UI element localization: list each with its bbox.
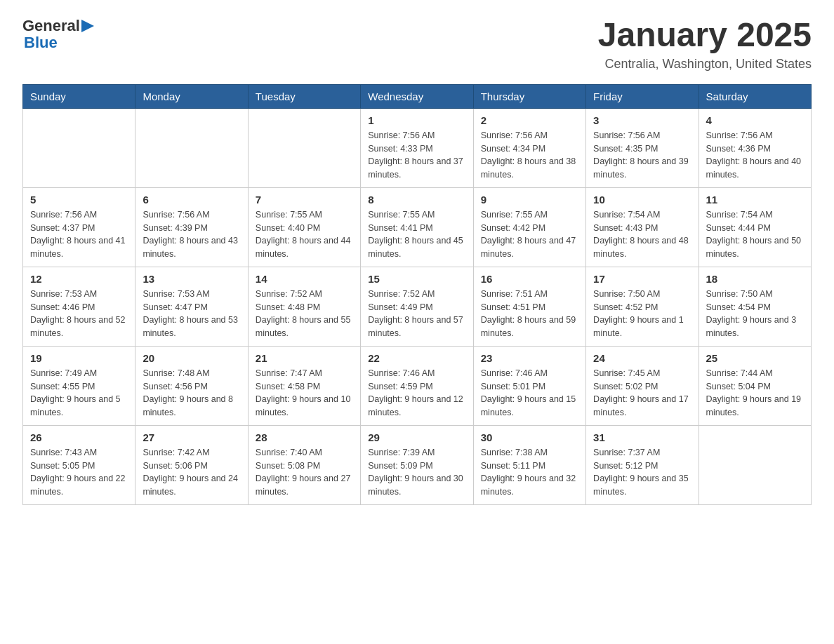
day-info: Sunrise: 7:52 AMSunset: 4:49 PMDaylight:… bbox=[368, 288, 465, 340]
day-number: 13 bbox=[143, 273, 240, 285]
calendar-cell: 26Sunrise: 7:43 AMSunset: 5:05 PMDayligh… bbox=[23, 425, 135, 504]
logo-blue-text: Blue bbox=[24, 34, 58, 52]
calendar-cell: 21Sunrise: 7:47 AMSunset: 4:58 PMDayligh… bbox=[248, 346, 360, 425]
calendar-cell: 17Sunrise: 7:50 AMSunset: 4:52 PMDayligh… bbox=[586, 267, 699, 346]
day-info: Sunrise: 7:45 AMSunset: 5:02 PMDaylight:… bbox=[593, 367, 691, 420]
day-info: Sunrise: 7:53 AMSunset: 4:47 PMDaylight:… bbox=[143, 288, 240, 340]
day-number: 21 bbox=[256, 352, 353, 364]
calendar-cell: 24Sunrise: 7:45 AMSunset: 5:02 PMDayligh… bbox=[586, 346, 699, 425]
day-info: Sunrise: 7:48 AMSunset: 4:56 PMDaylight:… bbox=[143, 367, 240, 420]
day-info: Sunrise: 7:56 AMSunset: 4:37 PMDaylight:… bbox=[30, 208, 128, 261]
calendar-cell bbox=[699, 425, 811, 504]
day-number: 24 bbox=[593, 352, 691, 364]
calendar-cell: 5Sunrise: 7:56 AMSunset: 4:37 PMDaylight… bbox=[23, 187, 135, 267]
day-number: 5 bbox=[30, 194, 128, 206]
day-number: 16 bbox=[481, 273, 578, 285]
day-info: Sunrise: 7:39 AMSunset: 5:09 PMDaylight:… bbox=[368, 446, 465, 499]
day-number: 6 bbox=[143, 194, 240, 206]
calendar-cell: 2Sunrise: 7:56 AMSunset: 4:34 PMDaylight… bbox=[473, 108, 585, 187]
day-info: Sunrise: 7:46 AMSunset: 5:01 PMDaylight:… bbox=[481, 367, 578, 420]
logo: General Blue bbox=[22, 17, 94, 52]
day-number: 17 bbox=[593, 273, 691, 285]
calendar-week-row: 12Sunrise: 7:53 AMSunset: 4:46 PMDayligh… bbox=[23, 267, 812, 346]
day-info: Sunrise: 7:38 AMSunset: 5:11 PMDaylight:… bbox=[481, 446, 578, 499]
day-number: 25 bbox=[706, 352, 804, 364]
day-info: Sunrise: 7:46 AMSunset: 4:59 PMDaylight:… bbox=[368, 367, 465, 420]
day-info: Sunrise: 7:40 AMSunset: 5:08 PMDaylight:… bbox=[256, 446, 353, 499]
day-number: 2 bbox=[481, 114, 578, 126]
calendar-cell: 9Sunrise: 7:55 AMSunset: 4:42 PMDaylight… bbox=[473, 187, 585, 267]
month-title: January 2025 bbox=[598, 17, 812, 54]
calendar-cell: 28Sunrise: 7:40 AMSunset: 5:08 PMDayligh… bbox=[248, 425, 360, 504]
day-info: Sunrise: 7:55 AMSunset: 4:40 PMDaylight:… bbox=[256, 208, 353, 261]
day-info: Sunrise: 7:47 AMSunset: 4:58 PMDaylight:… bbox=[256, 367, 353, 420]
calendar-cell: 22Sunrise: 7:46 AMSunset: 4:59 PMDayligh… bbox=[361, 346, 473, 425]
calendar-cell: 15Sunrise: 7:52 AMSunset: 4:49 PMDayligh… bbox=[361, 267, 473, 346]
calendar-cell: 25Sunrise: 7:44 AMSunset: 5:04 PMDayligh… bbox=[699, 346, 811, 425]
day-number: 1 bbox=[368, 114, 465, 126]
day-info: Sunrise: 7:52 AMSunset: 4:48 PMDaylight:… bbox=[256, 288, 353, 340]
location-subtitle: Centralia, Washington, United States bbox=[598, 57, 812, 72]
day-info: Sunrise: 7:53 AMSunset: 4:46 PMDaylight:… bbox=[30, 288, 128, 340]
day-info: Sunrise: 7:49 AMSunset: 4:55 PMDaylight:… bbox=[30, 367, 128, 420]
calendar-cell: 1Sunrise: 7:56 AMSunset: 4:33 PMDaylight… bbox=[361, 108, 473, 187]
day-info: Sunrise: 7:56 AMSunset: 4:35 PMDaylight:… bbox=[593, 129, 691, 182]
day-info: Sunrise: 7:44 AMSunset: 5:04 PMDaylight:… bbox=[706, 367, 804, 420]
calendar-cell: 4Sunrise: 7:56 AMSunset: 4:36 PMDaylight… bbox=[699, 108, 811, 187]
calendar-cell: 19Sunrise: 7:49 AMSunset: 4:55 PMDayligh… bbox=[23, 346, 135, 425]
day-info: Sunrise: 7:42 AMSunset: 5:06 PMDaylight:… bbox=[143, 446, 240, 499]
day-number: 8 bbox=[368, 194, 465, 206]
day-number: 10 bbox=[593, 194, 691, 206]
day-of-week-header: Sunday bbox=[23, 84, 135, 108]
calendar-cell: 10Sunrise: 7:54 AMSunset: 4:43 PMDayligh… bbox=[586, 187, 699, 267]
day-number: 28 bbox=[256, 431, 353, 443]
page-header: General Blue January 2025 Centralia, Was… bbox=[22, 17, 812, 72]
calendar-week-row: 5Sunrise: 7:56 AMSunset: 4:37 PMDaylight… bbox=[23, 187, 812, 267]
day-number: 26 bbox=[30, 431, 128, 443]
day-number: 15 bbox=[368, 273, 465, 285]
title-area: January 2025 Centralia, Washington, Unit… bbox=[598, 17, 812, 72]
calendar-cell: 29Sunrise: 7:39 AMSunset: 5:09 PMDayligh… bbox=[361, 425, 473, 504]
day-number: 30 bbox=[481, 431, 578, 443]
day-number: 27 bbox=[143, 431, 240, 443]
svg-marker-0 bbox=[81, 20, 94, 32]
calendar-cell: 14Sunrise: 7:52 AMSunset: 4:48 PMDayligh… bbox=[248, 267, 360, 346]
day-info: Sunrise: 7:56 AMSunset: 4:34 PMDaylight:… bbox=[481, 129, 578, 182]
day-info: Sunrise: 7:54 AMSunset: 4:44 PMDaylight:… bbox=[706, 208, 804, 261]
calendar-cell: 11Sunrise: 7:54 AMSunset: 4:44 PMDayligh… bbox=[699, 187, 811, 267]
day-number: 9 bbox=[481, 194, 578, 206]
day-number: 23 bbox=[481, 352, 578, 364]
day-of-week-header: Thursday bbox=[473, 84, 585, 108]
calendar-cell: 13Sunrise: 7:53 AMSunset: 4:47 PMDayligh… bbox=[135, 267, 248, 346]
day-of-week-header: Wednesday bbox=[361, 84, 473, 108]
day-number: 22 bbox=[368, 352, 465, 364]
day-info: Sunrise: 7:50 AMSunset: 4:52 PMDaylight:… bbox=[593, 288, 691, 340]
day-of-week-header: Monday bbox=[135, 84, 248, 108]
logo-general-text: General bbox=[22, 17, 80, 35]
day-info: Sunrise: 7:54 AMSunset: 4:43 PMDaylight:… bbox=[593, 208, 691, 261]
day-number: 14 bbox=[256, 273, 353, 285]
calendar-cell: 27Sunrise: 7:42 AMSunset: 5:06 PMDayligh… bbox=[135, 425, 248, 504]
day-info: Sunrise: 7:55 AMSunset: 4:41 PMDaylight:… bbox=[368, 208, 465, 261]
day-number: 11 bbox=[706, 194, 804, 206]
day-info: Sunrise: 7:43 AMSunset: 5:05 PMDaylight:… bbox=[30, 446, 128, 499]
calendar-body: 1Sunrise: 7:56 AMSunset: 4:33 PMDaylight… bbox=[23, 108, 812, 504]
calendar-cell: 12Sunrise: 7:53 AMSunset: 4:46 PMDayligh… bbox=[23, 267, 135, 346]
calendar-week-row: 26Sunrise: 7:43 AMSunset: 5:05 PMDayligh… bbox=[23, 425, 812, 504]
calendar-cell: 23Sunrise: 7:46 AMSunset: 5:01 PMDayligh… bbox=[473, 346, 585, 425]
day-of-week-header: Friday bbox=[586, 84, 699, 108]
calendar-header: SundayMondayTuesdayWednesdayThursdayFrid… bbox=[23, 84, 812, 108]
calendar-cell bbox=[248, 108, 360, 187]
day-number: 3 bbox=[593, 114, 691, 126]
day-number: 18 bbox=[706, 273, 804, 285]
calendar-cell: 20Sunrise: 7:48 AMSunset: 4:56 PMDayligh… bbox=[135, 346, 248, 425]
day-info: Sunrise: 7:56 AMSunset: 4:36 PMDaylight:… bbox=[706, 129, 804, 182]
calendar-cell bbox=[135, 108, 248, 187]
day-number: 29 bbox=[368, 431, 465, 443]
day-info: Sunrise: 7:56 AMSunset: 4:33 PMDaylight:… bbox=[368, 129, 465, 182]
calendar-cell: 16Sunrise: 7:51 AMSunset: 4:51 PMDayligh… bbox=[473, 267, 585, 346]
calendar-cell: 3Sunrise: 7:56 AMSunset: 4:35 PMDaylight… bbox=[586, 108, 699, 187]
day-number: 19 bbox=[30, 352, 128, 364]
day-number: 4 bbox=[706, 114, 804, 126]
day-header-row: SundayMondayTuesdayWednesdayThursdayFrid… bbox=[23, 84, 812, 108]
